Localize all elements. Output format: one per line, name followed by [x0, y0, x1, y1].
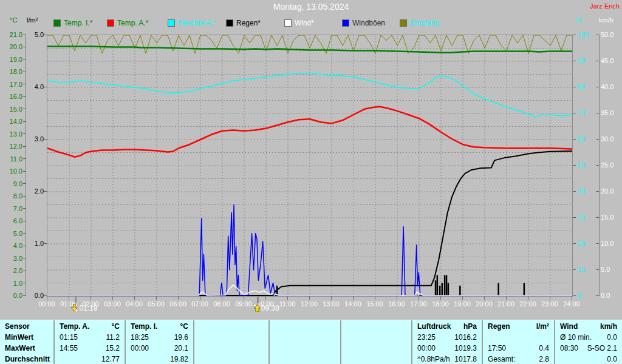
- table-cell-value: 1017.8: [454, 354, 477, 364]
- table-cell-row: [483, 332, 554, 343]
- legend-item-feuchte-a: Feuchte A.*: [168, 19, 216, 27]
- y-tick-label-wind_kmh: 10.0: [601, 240, 613, 247]
- rain-rate-bar: [446, 275, 448, 296]
- legend-swatch-icon-feuchte-a: [168, 19, 175, 27]
- rain-rate-bar: [524, 283, 525, 297]
- y-tick-mark-humidity_pct: [573, 35, 576, 35]
- y-tick-label-temp_c: 8.0: [13, 193, 22, 200]
- y-tick-mark-temp_c: [23, 158, 26, 159]
- table-cell-value: 19.82: [170, 354, 188, 364]
- y-tick-mark-wind_kmh: [596, 243, 599, 244]
- y-tick-mark-humidity_pct: [573, 61, 576, 61]
- legend-label-temp-a: Temp. A.*: [117, 19, 148, 27]
- rain-rate-bar: [439, 286, 441, 296]
- moonset-arrow-icon: [71, 304, 78, 312]
- table-cell-value: 11.2: [106, 332, 120, 343]
- table-cell-row: [194, 343, 268, 354]
- y-tick-label-temp_c: 17.0: [10, 81, 22, 88]
- station-owner-label: Jarz Erich: [590, 2, 620, 10]
- table-cell-row: [270, 332, 340, 343]
- table-col-empty-3: [340, 320, 411, 364]
- table-header-unit: hPa: [463, 321, 477, 332]
- table-cell-time: 00:00: [417, 343, 436, 354]
- table-cell-time: Ø 10 min.: [560, 332, 592, 343]
- x-tick-mark: [506, 296, 507, 300]
- table-cell-row: 08:30S-SO 2.1: [555, 343, 622, 354]
- table-header-regen: Regenl/m²: [483, 321, 554, 332]
- table-cell-row: 00:0020.1: [126, 343, 193, 354]
- y-tick-label-humidity_pct: 20: [578, 240, 585, 247]
- table-header-wind: Windkm/h: [555, 321, 622, 332]
- table-cell-time: 17:50: [488, 343, 506, 354]
- marker-time-label: 01:19: [79, 304, 97, 312]
- stats-table: SensorMinWertMaxWertDurchschnittTemp. A.…: [0, 320, 622, 364]
- series-temp_i: [47, 46, 572, 52]
- y-tick-mark-humidity_pct: [573, 165, 576, 166]
- y-tick-mark-temp_c: [23, 283, 26, 283]
- y-tick-label-temp_c: 11.0: [10, 156, 22, 163]
- table-header-empty-2: [270, 321, 340, 332]
- y-tick-label-wind_kmh: 0.0: [601, 292, 610, 299]
- x-tick-mark: [134, 296, 135, 300]
- y-tick-mark-humidity_pct: [573, 269, 576, 270]
- table-cell-value: 0.0: [607, 354, 617, 364]
- table-cell-time: 23:25: [417, 332, 436, 343]
- y-tick-label-humidity_pct: 30: [578, 214, 585, 221]
- rain-rate-bar: [497, 283, 499, 297]
- table-cell-row: 17:500.4: [483, 343, 554, 354]
- y-tick-mark-temp_c: [23, 72, 26, 72]
- y-tick-mark-temp_c: [23, 246, 26, 246]
- y-tick-label-temp_c: 16.0: [10, 93, 22, 100]
- legend-item-temp-i: Temp. I.*: [53, 19, 92, 27]
- chart-canvas: [47, 35, 572, 296]
- legend-swatch-icon-temp-a: [107, 19, 114, 27]
- table-cell-row: [194, 354, 268, 364]
- table-cell-row: 18:2519.6: [126, 332, 193, 343]
- rain-rate-bar: [444, 275, 446, 296]
- table-cell-row: ^0.8hPa/h1017.8: [412, 354, 482, 364]
- rain-rate-bar: [448, 283, 449, 297]
- table-header-unit: °C: [112, 321, 120, 332]
- y-tick-mark-wind_kmh: [596, 139, 599, 140]
- y-tick-label-temp_c: 6.0: [13, 218, 22, 224]
- x-tick-mark: [287, 296, 288, 300]
- table-row-label: MinWert: [0, 332, 53, 343]
- legend-item-regen: Regen*: [226, 19, 261, 27]
- rain-rate-bar: [459, 286, 461, 296]
- y-tick-mark-humidity_pct: [573, 113, 576, 113]
- table-row-label: Durchschnitt: [0, 354, 53, 364]
- series-feuchte_a: [47, 73, 572, 117]
- y-tick-mark-wind_kmh: [596, 191, 599, 192]
- table-cell-time: Gesamt:: [488, 354, 515, 364]
- y-tick-mark-temp_c: [23, 271, 26, 271]
- table-cell-time: 00:00: [131, 343, 149, 354]
- table-col-empty-1: [193, 320, 268, 364]
- x-tick-mark: [69, 296, 69, 300]
- table-cell-row: 00:001019.3: [412, 343, 482, 354]
- y-tick-label-temp_c: 0.0: [13, 292, 22, 299]
- legend-swatch-icon-wind: [284, 19, 292, 27]
- table-cell-time: 08:30: [560, 343, 578, 354]
- x-tick-mark: [440, 296, 441, 300]
- y-tick-label-temp_c: 5.0: [13, 231, 22, 237]
- y-tick-label-temp_c: 15.0: [10, 106, 22, 113]
- table-cell-value: 1016.2: [454, 332, 477, 343]
- y-tick-label-temp_c: 13.0: [10, 131, 22, 138]
- y-tick-label-wind_kmh: 50.0: [601, 32, 613, 38]
- y-tick-label-temp_c: 20.0: [10, 44, 22, 50]
- y-tick-label-temp_c: 10.0: [10, 168, 22, 175]
- y-tick-label-wind_kmh: 15.0: [601, 214, 613, 221]
- y-tick-mark-temp_c: [23, 84, 26, 84]
- table-col-wind: Windkm/hØ 10 min.0.008:30S-SO 2.10.0: [554, 320, 622, 364]
- axis-line-wind_kmh: [599, 35, 600, 296]
- table-cell-row: [194, 332, 268, 343]
- table-cell-row: 12.77: [55, 354, 125, 364]
- y-tick-mark-temp_c: [23, 121, 26, 122]
- rain-rate-bar: [437, 275, 439, 296]
- x-tick-mark: [572, 296, 572, 300]
- table-cell-value: 20.1: [174, 343, 188, 354]
- rain-rate-bar: [442, 283, 443, 297]
- y-tick-mark-humidity_pct: [573, 139, 576, 140]
- axis-unit-celsius: °C: [10, 16, 17, 24]
- table-cell-value: 2.8: [539, 354, 549, 364]
